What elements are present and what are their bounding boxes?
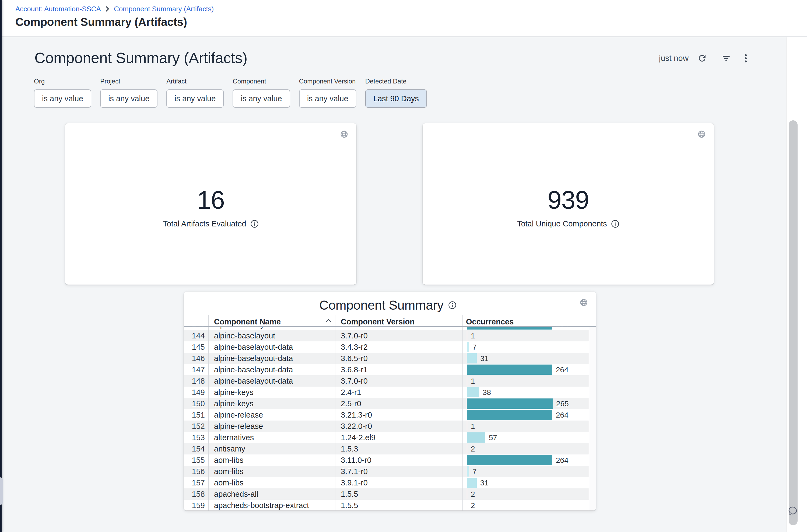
occurrences-value: 264 xyxy=(556,364,569,376)
info-icon[interactable] xyxy=(250,220,259,228)
tile-value: 939 xyxy=(547,187,589,213)
filter: Component Version is any value xyxy=(299,78,357,108)
cell-component-name: alpine-baselayout-data xyxy=(214,341,293,353)
cell-component-name: alpine-baselayout-data xyxy=(214,353,293,364)
tile-total-unique-components: 939 Total Unique Components xyxy=(423,123,714,285)
tile-total-artifacts-evaluated: 16 Total Artifacts Evaluated xyxy=(65,123,357,285)
cell-component-name: alpine-release xyxy=(214,409,263,420)
occurrences-value: 57 xyxy=(489,432,497,443)
table-row: 150 alpine-keys 2.5-r0 265 xyxy=(184,398,589,409)
cell-component-name: alpine-keys xyxy=(214,398,254,409)
page-scrollbar-track[interactable] xyxy=(786,37,807,532)
filter-value-button[interactable]: is any value xyxy=(100,89,157,108)
cell-component-version: 3.6.8-r1 xyxy=(341,327,368,330)
dashboard-filters-icon[interactable] xyxy=(720,52,733,64)
occurrences-bar xyxy=(467,466,469,477)
occurrences-bar xyxy=(467,410,552,420)
row-index: 152 xyxy=(184,420,205,432)
cell-component-version: 3.6.5-r0 xyxy=(341,353,368,364)
cell-component-name: aom-libs xyxy=(214,466,244,477)
filter: Org is any value xyxy=(34,78,91,108)
cell-component-version: 1.5.5 xyxy=(341,488,358,500)
cell-component-name: alpine-keys xyxy=(214,386,254,398)
cell-component-version: 2.5-r0 xyxy=(341,398,361,409)
occurrences-value: 1 xyxy=(471,330,475,342)
cell-component-version: 2.4-r1 xyxy=(341,386,361,398)
filter: Artifact is any value xyxy=(166,78,224,108)
breadcrumb-chevron-icon xyxy=(105,6,110,12)
collapsed-nav-rail[interactable] xyxy=(0,0,2,532)
row-index: 155 xyxy=(184,454,205,466)
table-row: 143 alpine-baselayout 3.6.8-r1 264 xyxy=(184,327,589,330)
occurrences-value: 31 xyxy=(480,353,488,364)
cell-component-name: alpine-baselayout xyxy=(214,327,275,330)
cell-component-version: 3.9.1-r0 xyxy=(341,477,368,488)
nav-resize-handle[interactable] xyxy=(0,477,3,505)
table-scrollbar-track[interactable] xyxy=(589,327,596,511)
table-row: 144 alpine-baselayout 3.7.0-r0 1 xyxy=(184,330,589,341)
occurrences-value: 265 xyxy=(556,398,569,410)
info-icon[interactable] xyxy=(611,220,619,228)
tile-body: 16 Total Artifacts Evaluated xyxy=(65,123,357,285)
occurrences-bar xyxy=(467,342,469,352)
column-header-version[interactable]: Component Version xyxy=(341,318,415,326)
occurrences-bar xyxy=(467,376,467,386)
filter-value-button[interactable]: is any value xyxy=(34,89,91,108)
cell-component-name: antisamy xyxy=(214,443,245,454)
filter: Detected Date Last 90 Days xyxy=(365,78,427,108)
globe-icon[interactable] xyxy=(579,298,588,307)
info-icon[interactable] xyxy=(448,301,457,309)
filter-value-button[interactable]: is any value xyxy=(166,89,224,108)
table-row: 159 apacheds-bootstrap-extract 1.5.5 2 xyxy=(184,500,589,511)
row-index: 156 xyxy=(184,466,205,477)
cell-component-version: 3.7.1-r0 xyxy=(341,466,368,477)
page-scrollbar-thumb[interactable] xyxy=(789,120,798,525)
occurrences-bar xyxy=(467,455,552,465)
table-row: 152 alpine-release 3.22.0-r0 1 xyxy=(184,420,589,432)
cell-component-name: alpine-baselayout-data xyxy=(214,364,293,375)
cell-component-version: 3.22.0-r0 xyxy=(341,420,372,432)
table-row: 148 alpine-baselayout-data 3.7.0-r0 1 xyxy=(184,375,589,386)
occurrences-value: 2 xyxy=(471,443,475,455)
column-divider xyxy=(335,315,335,511)
occurrences-value: 264 xyxy=(556,455,569,466)
cell-component-name: apacheds-all xyxy=(214,488,258,500)
refresh-icon[interactable] xyxy=(695,52,709,64)
row-index: 150 xyxy=(184,398,205,409)
filter-label: Org xyxy=(34,78,91,85)
sort-ascending-icon[interactable] xyxy=(325,319,331,323)
component-summary-table-card: Component Summary Component Name Compone… xyxy=(184,291,596,511)
cell-component-version: 3.7.0-r0 xyxy=(341,375,368,386)
breadcrumb-account-link[interactable]: Account: Automation-SSCA xyxy=(15,4,101,14)
cell-component-name: aom-libs xyxy=(214,454,244,466)
table-row: 149 alpine-keys 2.4-r1 38 xyxy=(184,386,589,398)
occurrences-value: 38 xyxy=(483,387,491,398)
tile-label: Total Unique Components xyxy=(517,220,607,228)
filter-value-button[interactable]: is any value xyxy=(233,89,290,108)
occurrences-value: 31 xyxy=(480,477,488,489)
column-header-name[interactable]: Component Name xyxy=(214,318,281,326)
occurrences-bar xyxy=(467,387,479,397)
cell-component-version: 1.5.3 xyxy=(341,443,358,454)
occurrences-bar xyxy=(467,353,477,363)
filter-bar: Org is any value Project is any value Ar… xyxy=(34,78,427,108)
cell-component-version: 3.4.3-r2 xyxy=(341,341,368,353)
row-index: 154 xyxy=(184,443,205,454)
column-divider xyxy=(208,315,209,511)
table-row: 153 alternatives 1.24-2.el9 57 xyxy=(184,432,589,443)
filter-label: Project xyxy=(100,78,157,85)
row-index: 158 xyxy=(184,488,205,500)
filter-value-button[interactable]: is any value xyxy=(299,89,357,108)
table-body-viewport: 143 alpine-baselayout 3.6.8-r1 264 144 a… xyxy=(184,327,596,511)
occurrences-bar xyxy=(467,489,467,499)
breadcrumb-page-link[interactable]: Component Summary (Artifacts) xyxy=(114,4,214,14)
filter: Project is any value xyxy=(100,78,157,108)
filter-value-button[interactable]: Last 90 Days xyxy=(365,89,427,108)
help-chat-icon[interactable] xyxy=(788,506,798,516)
column-header-occurrences[interactable]: Occurrences xyxy=(466,318,514,326)
occurrences-bar xyxy=(467,432,485,443)
occurrences-bar xyxy=(467,421,467,431)
occurrences-value: 2 xyxy=(471,489,475,500)
dashboard-more-actions-icon[interactable] xyxy=(739,52,752,64)
column-divider xyxy=(462,315,463,511)
